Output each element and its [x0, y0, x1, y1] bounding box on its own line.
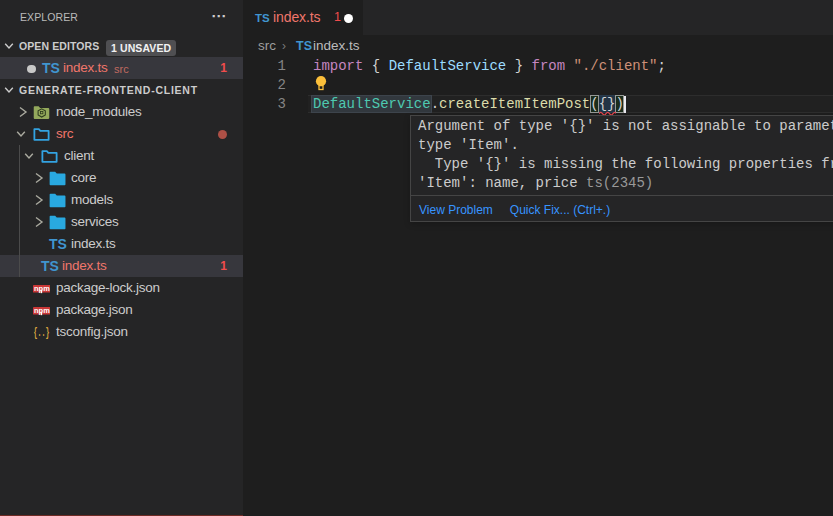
- svg-text:{..}: {..}: [34, 326, 50, 340]
